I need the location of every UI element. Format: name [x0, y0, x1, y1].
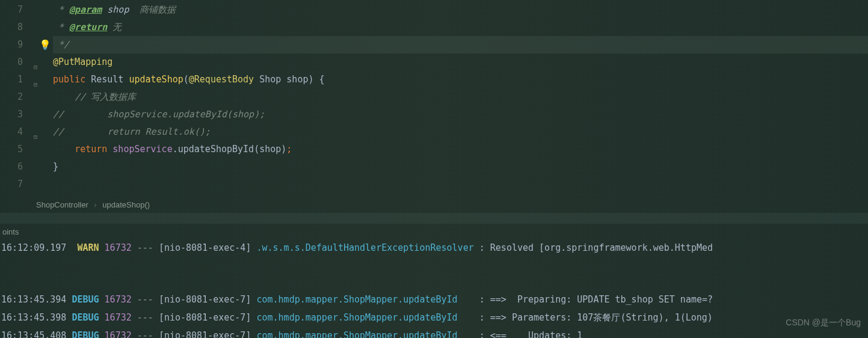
fold-icon[interactable]: ⊟ [31, 128, 37, 134]
line-number: 4⊟ [0, 123, 29, 141]
line-number: 7 [0, 176, 29, 193]
line-number: 3 [0, 106, 29, 123]
line-number: 0⊟ [0, 54, 29, 71]
line-number: 5 [0, 141, 29, 158]
log-row: 16:12:09.197 WARN 16732 --- [nio-8081-ex… [1, 239, 868, 257]
panel-tab-label[interactable]: oints [0, 224, 868, 239]
line-number: 8 [0, 19, 29, 36]
line-number: 2 [0, 88, 29, 106]
code-content[interactable]: * @param shop 商铺数据 * @return 无 */ @PutMa… [29, 1, 868, 193]
log-row: 16:13:45.394 DEBUG 16732 --- [nio-8081-e… [1, 290, 868, 309]
breadcrumb-item[interactable]: ShopController [36, 200, 88, 209]
fold-icon[interactable]: ⊟ [31, 58, 37, 64]
line-gutter: 7 8 9💡 0⊟ 1⊟ 2 3 4⊟ 5 6 7 [0, 1, 29, 193]
log-row: 16:13:45.398 DEBUG 16732 --- [nio-8081-e… [1, 309, 868, 327]
panel-divider [0, 213, 868, 224]
log-row: 16:13:45.408 DEBUG 16732 --- [nio-8081-e… [1, 327, 868, 338]
fold-icon[interactable]: ⊟ [31, 76, 37, 82]
line-number: 6 [0, 158, 29, 176]
line-number: 1⊟ [0, 71, 29, 88]
breadcrumb[interactable]: ShopController › updateShop() [0, 197, 868, 213]
line-number: 9💡 [0, 36, 29, 54]
console-output[interactable]: 16:12:09.197 WARN 16732 --- [nio-8081-ex… [0, 239, 868, 338]
chevron-right-icon: › [94, 200, 96, 209]
watermark-text: CSDN @是一个Bug [786, 318, 861, 328]
line-number: 7 [0, 1, 29, 19]
breadcrumb-item[interactable]: updateShop() [102, 200, 150, 209]
code-editor[interactable]: 7 8 9💡 0⊟ 1⊟ 2 3 4⊟ 5 6 7 * @param shop … [0, 0, 868, 193]
lightbulb-icon[interactable]: 💡 [39, 36, 51, 54]
